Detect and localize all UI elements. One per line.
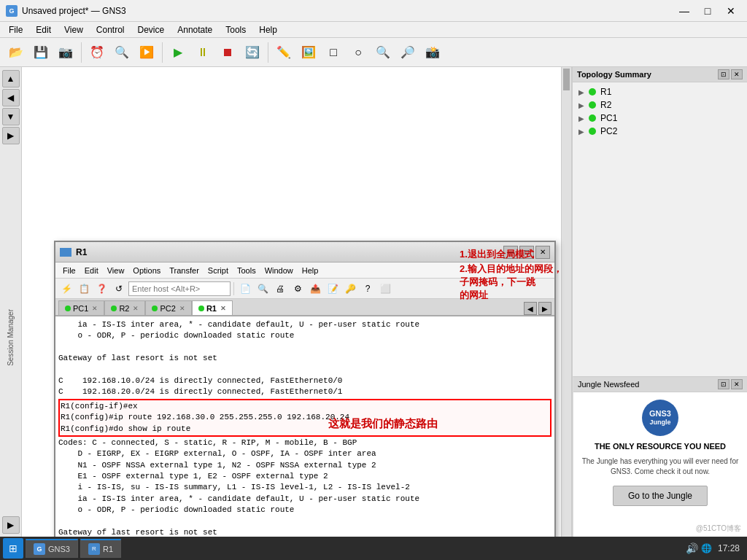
menu-view[interactable]: View xyxy=(58,23,89,36)
zoom-out-btn[interactable]: 🔎 xyxy=(396,41,419,64)
tab-pc2-close[interactable]: ✕ xyxy=(179,305,185,312)
open-btn[interactable]: 📂 xyxy=(4,41,28,64)
tab-r2[interactable]: R2 ✕ xyxy=(104,300,145,315)
tab-r1[interactable]: R1 ✕ xyxy=(192,300,233,315)
tab-prev-btn[interactable]: ◀ xyxy=(524,302,537,315)
nav-down-btn[interactable]: ▼ xyxy=(2,108,20,125)
topo-r1-label: R1 xyxy=(600,87,611,97)
panel-undock-btn[interactable]: ⊡ xyxy=(718,69,729,79)
topo-item-r2[interactable]: ▶ R2 xyxy=(576,98,744,112)
ellipse-btn[interactable]: ○ xyxy=(347,41,370,64)
tab-pc1[interactable]: PC1 ✕ xyxy=(58,300,104,315)
nav-left-btn[interactable]: ◀ xyxy=(2,89,20,106)
jungle-button[interactable]: Go to the Jungle xyxy=(613,486,708,506)
term-refresh-btn[interactable]: ↺ xyxy=(111,281,127,296)
close-button[interactable]: ✕ xyxy=(721,3,741,19)
terminal-toolbar: ⚡ 📋 ❓ ↺ 📄 🔍 🖨 ⚙ 📤 📝 🔑 ? xyxy=(55,279,554,299)
jungle-close-btn[interactable]: ✕ xyxy=(731,379,743,389)
taskbar-r1-label: R1 xyxy=(103,545,113,553)
topo-r1-arrow: ▶ xyxy=(578,88,584,96)
term-dup-btn[interactable]: 📋 xyxy=(76,281,92,296)
menu-help[interactable]: Help xyxy=(253,23,283,36)
image-btn[interactable]: 🖼️ xyxy=(297,41,320,64)
term-key-btn[interactable]: 🔑 xyxy=(342,281,358,296)
tab-pc1-status xyxy=(65,306,71,311)
tab-r2-close[interactable]: ✕ xyxy=(133,305,139,312)
taskbar: ⊞ G GNS3 R R1 🔊 🌐 17:28 xyxy=(0,537,747,560)
menu-file[interactable]: File xyxy=(3,23,28,36)
host-input[interactable] xyxy=(128,281,231,296)
tab-pc2[interactable]: PC2 ✕ xyxy=(145,300,191,315)
jungle-undock-btn[interactable]: ⊡ xyxy=(718,379,729,389)
session-expand-btn[interactable]: ▶ xyxy=(2,516,20,534)
start-btn[interactable]: ▶ xyxy=(166,41,190,64)
nav-right-btn[interactable]: ▶ xyxy=(2,127,20,144)
term-menu-help[interactable]: Help xyxy=(298,265,323,276)
rect-btn[interactable]: □ xyxy=(322,41,345,64)
term-menu-window[interactable]: Window xyxy=(260,265,298,276)
topo-pc1-status xyxy=(589,114,596,122)
console-btn[interactable]: ▶️ xyxy=(135,41,158,64)
stop-btn[interactable]: ⏹ xyxy=(216,41,239,64)
start-button[interactable]: ⊞ xyxy=(3,538,23,559)
topo-item-pc2[interactable]: ▶ PC2 xyxy=(576,125,744,138)
maximize-button[interactable]: □ xyxy=(697,3,718,19)
tab-pc1-close[interactable]: ✕ xyxy=(92,305,98,312)
term-copy-btn[interactable]: 📄 xyxy=(237,281,253,296)
term-q-btn[interactable]: ? xyxy=(360,281,376,296)
main-toolbar: 📂 💾 📷 ⏰ 🔍 ▶️ ▶ ⏸ ⏹ 🔄 ✏️ 🖼️ □ ○ 🔍 🔎 📸 xyxy=(0,38,747,67)
topology-scrollbar[interactable] xyxy=(561,67,571,537)
tab-next-btn[interactable]: ▶ xyxy=(538,302,551,315)
term-find-btn[interactable]: 🔍 xyxy=(255,281,271,296)
topo-r1-status xyxy=(589,88,596,96)
term-print-btn[interactable]: 🖨 xyxy=(272,281,288,296)
taskbar-gns3[interactable]: G GNS3 xyxy=(26,539,78,558)
term-menu-script[interactable]: Script xyxy=(204,265,233,276)
panel-close-btn[interactable]: ✕ xyxy=(731,69,743,79)
terminal-minimize-btn[interactable]: — xyxy=(503,246,518,259)
minimize-button[interactable]: — xyxy=(674,3,694,19)
screenshot-btn[interactable]: 📸 xyxy=(421,41,444,64)
term-new-btn[interactable]: ⚡ xyxy=(58,281,74,296)
capture-btn[interactable]: 📷 xyxy=(54,41,77,64)
terminal-content[interactable]: ia - IS-IS inter area, * - candidate def… xyxy=(55,316,554,537)
topology-canvas[interactable]: R1 192.168.20.23/24 192.168.10.1/24 f0/1… xyxy=(22,67,572,537)
tab-r1-close[interactable]: ✕ xyxy=(220,305,226,312)
topo-item-pc1[interactable]: ▶ PC1 xyxy=(576,112,744,125)
term-menu-transfer[interactable]: Transfer xyxy=(165,265,204,276)
filter-btn[interactable]: 🔍 xyxy=(110,41,133,64)
term-box-btn[interactable]: ⬜ xyxy=(377,281,393,296)
tray-icon-2: 🌐 xyxy=(701,543,712,553)
menu-edit[interactable]: Edit xyxy=(30,23,57,36)
save-btn[interactable]: 💾 xyxy=(29,41,53,64)
menu-tools[interactable]: Tools xyxy=(220,23,252,36)
taskbar-r1[interactable]: R R1 xyxy=(80,539,121,558)
nav-up-btn[interactable]: ▲ xyxy=(2,70,20,88)
reload-btn[interactable]: 🔄 xyxy=(241,41,264,64)
menu-control[interactable]: Control xyxy=(90,23,131,36)
menu-annotate[interactable]: Annotate xyxy=(171,23,218,36)
term-help-btn[interactable]: ❓ xyxy=(93,281,109,296)
preference-btn[interactable]: ⏰ xyxy=(85,41,109,64)
term-menu-tools[interactable]: Tools xyxy=(233,265,260,276)
terminal-maximize-btn[interactable]: □ xyxy=(519,246,534,259)
term-menu-edit[interactable]: Edit xyxy=(80,265,103,276)
topo-item-r1[interactable]: ▶ R1 xyxy=(576,85,744,98)
edit-mode-btn[interactable]: ✏️ xyxy=(272,41,295,64)
menu-device[interactable]: Device xyxy=(132,23,171,36)
terminal-close-btn[interactable]: ✕ xyxy=(535,246,550,259)
terminal-icon xyxy=(60,248,71,257)
topo-pc1-arrow: ▶ xyxy=(578,114,584,122)
term-send-btn[interactable]: 📤 xyxy=(307,281,323,296)
term-settings-btn[interactable]: ⚙ xyxy=(290,281,306,296)
term-menu-view[interactable]: View xyxy=(103,265,129,276)
zoom-in-btn[interactable]: 🔍 xyxy=(371,41,395,64)
topo-pc2-status xyxy=(589,128,596,135)
tab-pc2-status xyxy=(152,306,158,311)
term-menu-file[interactable]: File xyxy=(58,265,80,276)
term-menu-options[interactable]: Options xyxy=(128,265,165,276)
term-log-btn[interactable]: 📝 xyxy=(325,281,341,296)
system-clock: 17:28 xyxy=(718,543,744,553)
pause-btn[interactable]: ⏸ xyxy=(191,41,214,64)
taskbar-r1-icon: R xyxy=(88,543,100,555)
